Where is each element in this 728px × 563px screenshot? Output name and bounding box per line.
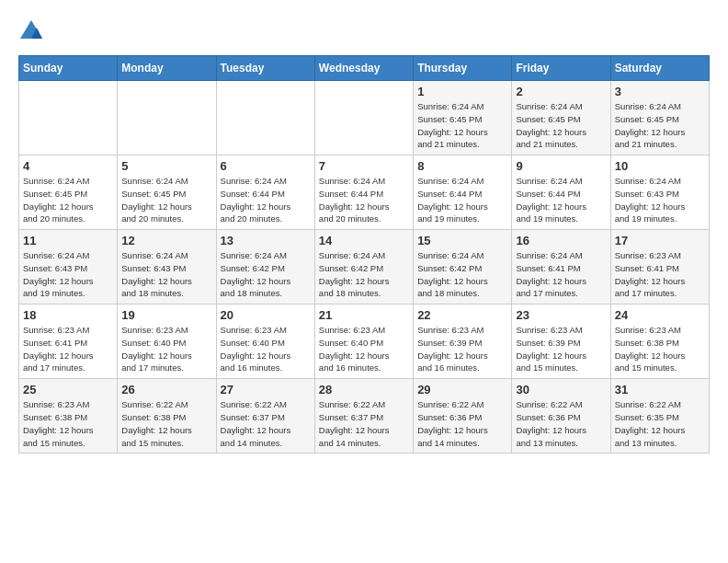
day-info: Sunrise: 6:24 AM Sunset: 6:42 PM Dayligh… (319, 249, 409, 300)
day-cell: 21Sunrise: 6:23 AM Sunset: 6:40 PM Dayli… (314, 304, 413, 379)
page: SundayMondayTuesdayWednesdayThursdayFrid… (0, 0, 728, 463)
day-number: 26 (121, 383, 211, 396)
day-number: 8 (417, 159, 507, 173)
weekday-friday: Friday (512, 56, 610, 81)
day-info: Sunrise: 6:23 AM Sunset: 6:40 PM Dayligh… (121, 324, 211, 374)
weekday-tuesday: Tuesday (216, 56, 314, 81)
day-info: Sunrise: 6:23 AM Sunset: 6:39 PM Dayligh… (417, 324, 507, 374)
day-info: Sunrise: 6:23 AM Sunset: 6:40 PM Dayligh… (319, 324, 409, 374)
day-info: Sunrise: 6:24 AM Sunset: 6:45 PM Dayligh… (516, 100, 606, 151)
day-number: 4 (23, 159, 113, 173)
week-row-3: 11Sunrise: 6:24 AM Sunset: 6:43 PM Dayli… (19, 230, 710, 304)
day-info: Sunrise: 6:24 AM Sunset: 6:45 PM Dayligh… (417, 100, 507, 151)
day-number: 10 (615, 159, 705, 173)
day-cell: 12Sunrise: 6:24 AM Sunset: 6:43 PM Dayli… (118, 230, 216, 304)
day-number: 25 (23, 383, 113, 396)
day-info: Sunrise: 6:23 AM Sunset: 6:38 PM Dayligh… (23, 398, 113, 449)
day-info: Sunrise: 6:23 AM Sunset: 6:41 PM Dayligh… (615, 249, 705, 300)
logo-icon (18, 18, 44, 44)
day-number: 13 (221, 234, 311, 247)
day-cell: 29Sunrise: 6:22 AM Sunset: 6:36 PM Dayli… (414, 379, 512, 454)
day-info: Sunrise: 6:24 AM Sunset: 6:43 PM Dayligh… (23, 249, 113, 300)
day-cell: 7Sunrise: 6:24 AM Sunset: 6:44 PM Daylig… (314, 155, 413, 230)
weekday-wednesday: Wednesday (314, 56, 413, 81)
weekday-header-row: SundayMondayTuesdayWednesdayThursdayFrid… (19, 56, 710, 81)
weekday-sunday: Sunday (19, 56, 118, 81)
day-cell: 2Sunrise: 6:24 AM Sunset: 6:45 PM Daylig… (512, 81, 610, 155)
day-cell: 17Sunrise: 6:23 AM Sunset: 6:41 PM Dayli… (610, 230, 709, 304)
day-number: 22 (417, 308, 507, 322)
day-cell: 25Sunrise: 6:23 AM Sunset: 6:38 PM Dayli… (19, 379, 118, 454)
day-number: 23 (516, 308, 606, 322)
day-info: Sunrise: 6:24 AM Sunset: 6:43 PM Dayligh… (121, 249, 211, 300)
day-cell: 16Sunrise: 6:24 AM Sunset: 6:41 PM Dayli… (512, 230, 610, 304)
calendar-table: SundayMondayTuesdayWednesdayThursdayFrid… (18, 55, 710, 454)
day-info: Sunrise: 6:23 AM Sunset: 6:38 PM Dayligh… (615, 324, 705, 374)
weekday-saturday: Saturday (610, 56, 709, 81)
day-cell: 30Sunrise: 6:22 AM Sunset: 6:36 PM Dayli… (512, 379, 610, 454)
day-cell: 20Sunrise: 6:23 AM Sunset: 6:40 PM Dayli… (216, 304, 314, 379)
day-cell (19, 81, 118, 155)
day-number: 18 (23, 308, 113, 322)
day-cell (118, 81, 216, 155)
day-cell: 15Sunrise: 6:24 AM Sunset: 6:42 PM Dayli… (414, 230, 512, 304)
day-info: Sunrise: 6:24 AM Sunset: 6:42 PM Dayligh… (221, 249, 311, 300)
day-number: 30 (516, 383, 606, 396)
day-number: 14 (319, 234, 409, 247)
header (18, 18, 710, 44)
day-info: Sunrise: 6:24 AM Sunset: 6:44 PM Dayligh… (319, 175, 409, 225)
day-number: 29 (417, 383, 507, 396)
day-number: 6 (221, 159, 311, 173)
day-cell: 1Sunrise: 6:24 AM Sunset: 6:45 PM Daylig… (414, 81, 512, 155)
day-cell (314, 81, 413, 155)
logo (18, 18, 48, 44)
day-cell: 14Sunrise: 6:24 AM Sunset: 6:42 PM Dayli… (314, 230, 413, 304)
day-cell: 5Sunrise: 6:24 AM Sunset: 6:45 PM Daylig… (118, 155, 216, 230)
day-number: 11 (23, 234, 113, 247)
day-number: 16 (516, 234, 606, 247)
day-cell: 13Sunrise: 6:24 AM Sunset: 6:42 PM Dayli… (216, 230, 314, 304)
day-number: 15 (417, 234, 507, 247)
day-info: Sunrise: 6:23 AM Sunset: 6:40 PM Dayligh… (221, 324, 311, 374)
day-number: 2 (516, 85, 606, 98)
week-row-5: 25Sunrise: 6:23 AM Sunset: 6:38 PM Dayli… (19, 379, 710, 454)
day-cell (216, 81, 314, 155)
day-cell: 26Sunrise: 6:22 AM Sunset: 6:38 PM Dayli… (118, 379, 216, 454)
day-number: 20 (221, 308, 311, 322)
weekday-thursday: Thursday (414, 56, 512, 81)
day-number: 3 (615, 85, 705, 98)
day-cell: 22Sunrise: 6:23 AM Sunset: 6:39 PM Dayli… (414, 304, 512, 379)
day-cell: 23Sunrise: 6:23 AM Sunset: 6:39 PM Dayli… (512, 304, 610, 379)
day-info: Sunrise: 6:23 AM Sunset: 6:41 PM Dayligh… (23, 324, 113, 374)
day-number: 24 (615, 308, 705, 322)
week-row-1: 1Sunrise: 6:24 AM Sunset: 6:45 PM Daylig… (19, 81, 710, 155)
day-cell: 9Sunrise: 6:24 AM Sunset: 6:44 PM Daylig… (512, 155, 610, 230)
day-cell: 10Sunrise: 6:24 AM Sunset: 6:43 PM Dayli… (610, 155, 709, 230)
day-info: Sunrise: 6:24 AM Sunset: 6:42 PM Dayligh… (417, 249, 507, 300)
week-row-2: 4Sunrise: 6:24 AM Sunset: 6:45 PM Daylig… (19, 155, 710, 230)
day-cell: 27Sunrise: 6:22 AM Sunset: 6:37 PM Dayli… (216, 379, 314, 454)
day-info: Sunrise: 6:22 AM Sunset: 6:37 PM Dayligh… (319, 398, 409, 449)
day-number: 28 (319, 383, 409, 396)
day-number: 9 (516, 159, 606, 173)
day-info: Sunrise: 6:24 AM Sunset: 6:45 PM Dayligh… (615, 100, 705, 151)
day-info: Sunrise: 6:24 AM Sunset: 6:44 PM Dayligh… (417, 175, 507, 225)
day-cell: 28Sunrise: 6:22 AM Sunset: 6:37 PM Dayli… (314, 379, 413, 454)
weekday-monday: Monday (118, 56, 216, 81)
day-cell: 19Sunrise: 6:23 AM Sunset: 6:40 PM Dayli… (118, 304, 216, 379)
day-number: 31 (615, 383, 705, 396)
day-info: Sunrise: 6:24 AM Sunset: 6:45 PM Dayligh… (23, 175, 113, 225)
day-info: Sunrise: 6:24 AM Sunset: 6:41 PM Dayligh… (516, 249, 606, 300)
day-cell: 18Sunrise: 6:23 AM Sunset: 6:41 PM Dayli… (19, 304, 118, 379)
day-info: Sunrise: 6:24 AM Sunset: 6:44 PM Dayligh… (516, 175, 606, 225)
day-cell: 6Sunrise: 6:24 AM Sunset: 6:44 PM Daylig… (216, 155, 314, 230)
day-cell: 31Sunrise: 6:22 AM Sunset: 6:35 PM Dayli… (610, 379, 709, 454)
day-cell: 4Sunrise: 6:24 AM Sunset: 6:45 PM Daylig… (19, 155, 118, 230)
day-number: 17 (615, 234, 705, 247)
day-cell: 3Sunrise: 6:24 AM Sunset: 6:45 PM Daylig… (610, 81, 709, 155)
day-info: Sunrise: 6:24 AM Sunset: 6:45 PM Dayligh… (121, 175, 211, 225)
day-info: Sunrise: 6:22 AM Sunset: 6:36 PM Dayligh… (417, 398, 507, 449)
day-cell: 8Sunrise: 6:24 AM Sunset: 6:44 PM Daylig… (414, 155, 512, 230)
day-number: 27 (221, 383, 311, 396)
calendar-header: SundayMondayTuesdayWednesdayThursdayFrid… (19, 56, 710, 81)
